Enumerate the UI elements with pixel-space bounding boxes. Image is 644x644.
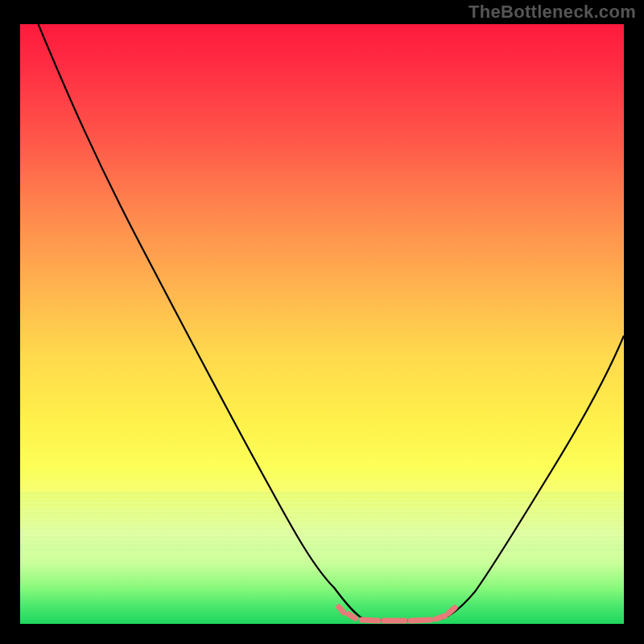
valley-dot xyxy=(411,620,431,621)
valley-dot xyxy=(436,616,445,619)
chart-container: TheBottleneck.com xyxy=(0,0,644,644)
valley-dot xyxy=(361,620,378,621)
plot-area xyxy=(20,24,624,624)
curve-svg xyxy=(20,24,624,624)
watermark-text: TheBottleneck.com xyxy=(469,2,636,23)
valley-dot xyxy=(349,614,355,618)
bottleneck-curve xyxy=(39,24,625,621)
valley-dot xyxy=(339,607,344,613)
